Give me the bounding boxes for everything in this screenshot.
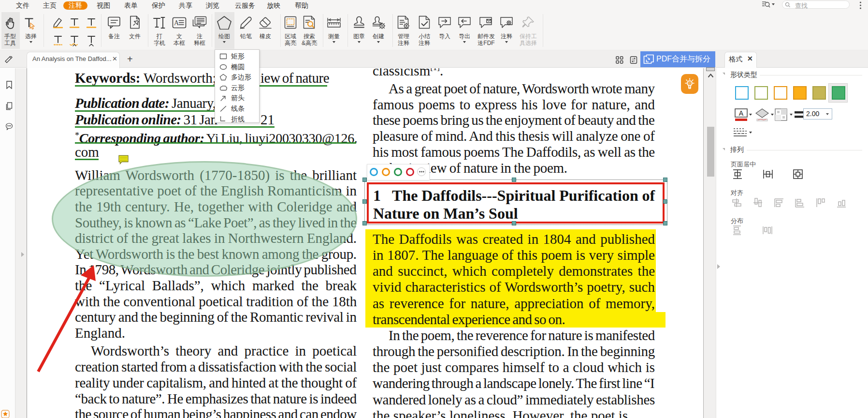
svg-text:A: A [739, 109, 744, 117]
svg-text:A: A [174, 19, 179, 27]
